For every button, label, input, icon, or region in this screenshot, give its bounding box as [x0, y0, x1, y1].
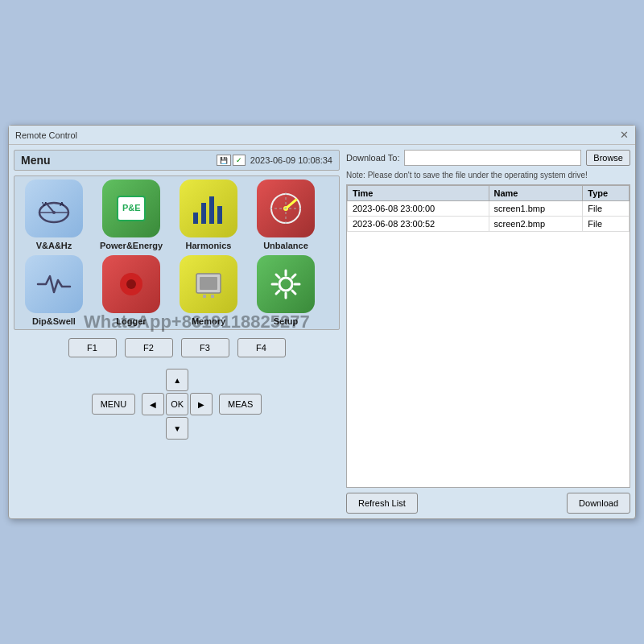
svg-rect-19: [200, 277, 217, 290]
col-time: Time: [348, 186, 489, 201]
app-icon-va-hz: VA: [25, 180, 83, 237]
table-cell-time: 2023-06-08 23:00:00: [348, 201, 489, 217]
app-item-va-hz[interactable]: VAV&A&Hz: [18, 180, 90, 250]
right-arrow[interactable]: ▶: [190, 393, 213, 415]
app-item-logger[interactable]: Logger: [95, 255, 167, 326]
app-icon-logger: [102, 255, 160, 313]
table-row[interactable]: 2023-06-08 23:00:52screen2.bmpFile: [348, 217, 630, 232]
left-panel: Menu 💾 ✓ 2023-06-09 10:08:34 VAV&A&HzP&E…: [14, 150, 340, 514]
right-panel: Download To: Browse Note: Please don't t…: [346, 150, 630, 514]
meas-button[interactable]: MEAS: [219, 394, 262, 415]
app-label-logger: Logger: [116, 316, 146, 326]
app-label-unbalance: Unbalance: [263, 241, 308, 250]
app-label-harmonics: Harmonics: [186, 241, 232, 250]
app-icon-dip-swell: [25, 255, 83, 313]
main-content: Menu 💾 ✓ 2023-06-09 10:08:34 VAV&A&HzP&E…: [9, 145, 635, 518]
svg-line-28: [292, 291, 295, 294]
svg-point-22: [279, 278, 292, 291]
svg-line-30: [276, 291, 279, 294]
col-name: Name: [489, 186, 583, 201]
svg-point-17: [126, 279, 136, 289]
empty4: [190, 417, 213, 440]
app-icon-harmonics: [180, 180, 237, 237]
app-item-dip-swell[interactable]: Dip&Swell: [18, 255, 90, 326]
menu-bar: Menu 💾 ✓ 2023-06-09 10:08:34: [14, 150, 340, 171]
download-row: Download To: Browse: [346, 150, 630, 166]
check-icon: ✓: [233, 155, 246, 166]
app-icon-power-energy: P&E: [102, 180, 160, 237]
fn-button-f3[interactable]: F3: [181, 338, 229, 357]
refresh-list-button[interactable]: Refresh List: [346, 493, 418, 514]
app-icon-setup: [257, 255, 315, 313]
table-row[interactable]: 2023-06-08 23:00:00screen1.bmpFile: [348, 201, 630, 217]
ok-button[interactable]: OK: [166, 393, 188, 415]
app-label-setup: Setup: [274, 316, 299, 326]
download-label: Download To:: [346, 153, 399, 163]
table-cell-type: File: [583, 217, 630, 232]
app-label-va-hz: V&A&Hz: [36, 241, 72, 250]
close-button[interactable]: ✕: [620, 129, 629, 141]
app-label-memory: Memory: [192, 316, 225, 326]
app-icon-memory: [180, 255, 237, 313]
menu-bar-right: 💾 ✓ 2023-06-09 10:08:34: [217, 155, 332, 166]
app-item-power-energy[interactable]: P&EPower&Energy: [95, 180, 167, 250]
table-cell-name: screen1.bmp: [489, 201, 583, 217]
svg-text:P&E: P&E: [122, 203, 141, 213]
down-arrow[interactable]: ▼: [166, 417, 188, 440]
app-icon-unbalance: [257, 180, 315, 237]
fn-button-f4[interactable]: F4: [237, 338, 286, 357]
fn-button-f1[interactable]: F1: [68, 338, 117, 357]
up-arrow[interactable]: ▲: [166, 369, 188, 391]
svg-rect-20: [203, 295, 206, 298]
app-grid: VAV&A&HzP&EPower&EnergyHarmonicsUnbalanc…: [14, 175, 340, 330]
menu-button[interactable]: MENU: [92, 394, 135, 415]
download-button[interactable]: Download: [567, 493, 630, 514]
menu-bar-title: Menu: [21, 154, 51, 167]
table-cell-type: File: [583, 201, 630, 217]
svg-text:A: A: [60, 200, 64, 208]
nav-area: MENU ▲ ◀ OK ▶ ▼ MEAS: [14, 365, 340, 443]
svg-line-27: [276, 275, 279, 278]
table-cell-time: 2023-06-08 23:00:52: [348, 217, 489, 232]
download-path-input[interactable]: [404, 150, 581, 166]
title-bar: Remote Control ✕: [9, 126, 635, 145]
svg-rect-7: [193, 213, 198, 224]
menu-bar-icons: 💾 ✓: [217, 155, 246, 166]
svg-rect-10: [217, 206, 222, 224]
fn-button-f2[interactable]: F2: [125, 338, 173, 357]
app-label-power-energy: Power&Energy: [100, 241, 163, 250]
note-text: Note: Please don't to save the file unde…: [346, 171, 630, 180]
svg-line-29: [292, 275, 295, 278]
app-item-harmonics[interactable]: Harmonics: [172, 180, 245, 250]
app-item-memory[interactable]: Memory: [172, 255, 245, 326]
svg-point-2: [52, 211, 56, 214]
sd-icon: 💾: [217, 155, 231, 166]
svg-text:V: V: [42, 200, 47, 208]
app-label-dip-swell: Dip&Swell: [32, 316, 76, 326]
bottom-buttons: Refresh List Download: [346, 493, 630, 514]
app-item-setup[interactable]: Setup: [250, 255, 322, 326]
browse-button[interactable]: Browse: [586, 150, 630, 166]
left-arrow[interactable]: ◀: [142, 393, 164, 415]
nav-cross: ▲ ◀ OK ▶ ▼: [142, 369, 213, 440]
empty2: [190, 369, 213, 391]
empty1: [142, 369, 164, 391]
svg-rect-8: [201, 203, 206, 224]
fn-buttons: F1F2F3F4: [14, 335, 340, 361]
table-cell-name: screen2.bmp: [489, 217, 583, 232]
empty3: [142, 417, 164, 440]
file-table: Time Name Type 2023-06-08 23:00:00screen…: [346, 184, 630, 488]
col-type: Type: [583, 186, 630, 201]
window-title: Remote Control: [15, 130, 77, 140]
app-item-unbalance[interactable]: Unbalance: [250, 180, 322, 250]
main-window: Remote Control ✕ Menu 💾 ✓ 2023-06-09 10:…: [8, 125, 636, 519]
svg-rect-21: [211, 295, 214, 298]
menu-datetime: 2023-06-09 10:08:34: [250, 155, 332, 165]
svg-rect-9: [209, 196, 214, 224]
